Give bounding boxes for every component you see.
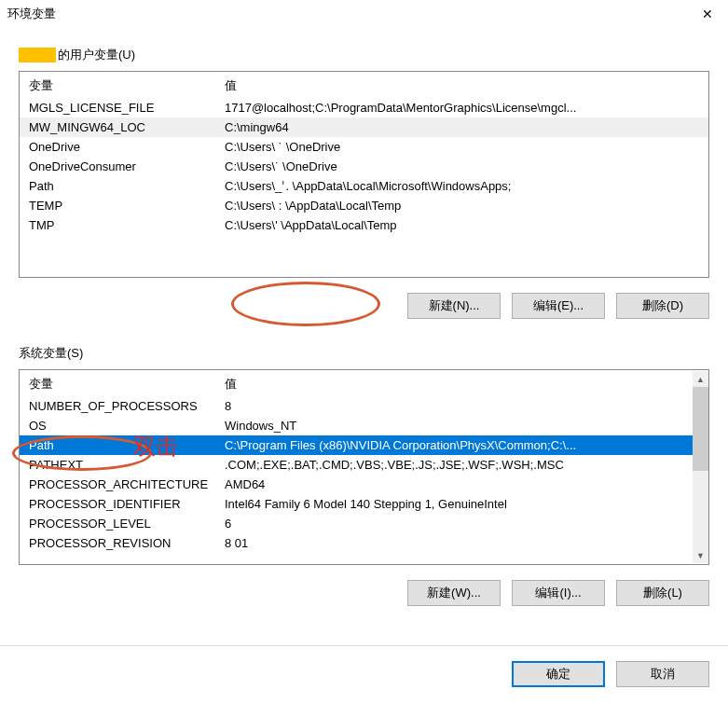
var-value: Intel64 Family 6 Model 140 Stepping 1, G…	[225, 497, 688, 511]
var-name: PATHEXT	[29, 458, 225, 472]
system-vars-label: 系统变量(S)	[19, 345, 709, 362]
var-name: PROCESSOR_LEVEL	[29, 517, 225, 531]
table-row[interactable]: TMPC:\Users\' \AppData\Local\Temp	[20, 215, 708, 235]
table-row[interactable]: PROCESSOR_ARCHITECTUREAMD64	[20, 475, 708, 494]
var-value: C:\Users\ : \AppData\Local\Temp	[225, 199, 699, 213]
table-row[interactable]: MW_MINGW64_LOCC:\mingw64	[20, 117, 708, 137]
user-vars-listbox[interactable]: 变量 值 MGLS_LICENSE_FILE1717@localhost;C:\…	[19, 71, 709, 278]
var-value: C:\Users\_ˈ. \AppData\Local\Microsoft\Wi…	[225, 179, 699, 193]
user-header-value: 值	[225, 77, 699, 94]
table-row[interactable]: OneDriveC:\Users\ ˙ \OneDrive	[20, 137, 708, 157]
var-value: 8 01	[225, 536, 688, 550]
system-delete-button[interactable]: 删除(L)	[616, 580, 709, 606]
var-value: C:\mingw64	[225, 120, 699, 134]
ok-button[interactable]: 确定	[512, 661, 605, 687]
var-name: NUMBER_OF_PROCESSORS	[29, 399, 225, 413]
scroll-up-icon[interactable]: ▲	[693, 371, 708, 387]
var-value: 1717@localhost;C:\ProgramData\MentorGrap…	[225, 101, 699, 115]
user-delete-button[interactable]: 删除(D)	[616, 293, 709, 319]
cancel-button[interactable]: 取消	[616, 661, 709, 687]
table-row[interactable]: OSWindows_NT	[20, 416, 708, 435]
user-edit-button[interactable]: 编辑(E)...	[512, 293, 605, 319]
titlebar: 环境变量 ✕	[0, 0, 728, 28]
system-vars-header: 变量 值	[20, 370, 708, 396]
system-header-value: 值	[225, 376, 688, 393]
user-vars-label: 的用户变量(U)	[19, 47, 709, 63]
scroll-thumb[interactable]	[693, 387, 708, 471]
close-button[interactable]: ✕	[686, 0, 728, 28]
annotation-circle-new	[231, 282, 380, 326]
var-value: C:\Users\' \AppData\Local\Temp	[225, 218, 699, 232]
system-vars-listbox[interactable]: 变量 值 NUMBER_OF_PROCESSORS8OSWindows_NTPa…	[19, 369, 709, 565]
var-name: OneDriveConsumer	[29, 159, 225, 173]
var-value: C:\Program Files (x86)\NVIDIA Corporatio…	[225, 438, 688, 452]
var-value: 8	[225, 399, 688, 413]
table-row[interactable]: NUMBER_OF_PROCESSORS8	[20, 396, 708, 416]
var-value: Windows_NT	[225, 419, 688, 433]
var-value: C:\Users\ ˙ \OneDrive	[225, 140, 699, 154]
var-name: PROCESSOR_IDENTIFIER	[29, 497, 225, 511]
var-name: OneDrive	[29, 140, 225, 154]
system-scrollbar[interactable]: ▲ ▼	[693, 371, 708, 563]
user-vars-header: 变量 值	[20, 72, 708, 98]
redacted-username	[19, 48, 56, 62]
var-value: .COM;.EXE;.BAT;.CMD;.VBS;.VBE;.JS;.JSE;.…	[225, 458, 688, 472]
var-name: MW_MINGW64_LOC	[29, 120, 225, 134]
system-new-button[interactable]: 新建(W)...	[407, 580, 501, 606]
var-name: Path	[29, 438, 225, 452]
var-value: C:\Users\˙ \OneDrive	[225, 159, 699, 173]
var-name: Path	[29, 179, 225, 193]
user-header-name: 变量	[29, 77, 225, 94]
table-row[interactable]: PATHEXT.COM;.EXE;.BAT;.CMD;.VBS;.VBE;.JS…	[20, 455, 708, 475]
user-new-button[interactable]: 新建(N)...	[407, 293, 501, 319]
var-name: MGLS_LICENSE_FILE	[29, 101, 225, 115]
var-value: 6	[225, 517, 688, 531]
system-edit-button[interactable]: 编辑(I)...	[512, 580, 605, 606]
scroll-down-icon[interactable]: ▼	[693, 547, 708, 563]
table-row[interactable]: PROCESSOR_IDENTIFIERIntel64 Family 6 Mod…	[20, 494, 708, 514]
table-row[interactable]: PathC:\Program Files (x86)\NVIDIA Corpor…	[20, 435, 708, 455]
system-header-name: 变量	[29, 376, 225, 393]
table-row[interactable]: OneDriveConsumerC:\Users\˙ \OneDrive	[20, 157, 708, 176]
var-name: PROCESSOR_REVISION	[29, 536, 225, 550]
table-row[interactable]: TEMPC:\Users\ : \AppData\Local\Temp	[20, 196, 708, 215]
user-vars-label-suffix: 的用户变量(U)	[58, 47, 135, 63]
var-name: TEMP	[29, 199, 225, 213]
table-row[interactable]: MGLS_LICENSE_FILE1717@localhost;C:\Progr…	[20, 98, 708, 117]
window-title: 环境变量	[7, 6, 56, 22]
var-name: PROCESSOR_ARCHITECTURE	[29, 477, 225, 491]
var-value: AMD64	[225, 477, 688, 491]
var-name: TMP	[29, 218, 225, 232]
table-row[interactable]: PathC:\Users\_ˈ. \AppData\Local\Microsof…	[20, 176, 708, 196]
table-row[interactable]: PROCESSOR_REVISION8 01	[20, 533, 708, 553]
table-row[interactable]: PROCESSOR_LEVEL6	[20, 514, 708, 533]
var-name: OS	[29, 419, 225, 433]
